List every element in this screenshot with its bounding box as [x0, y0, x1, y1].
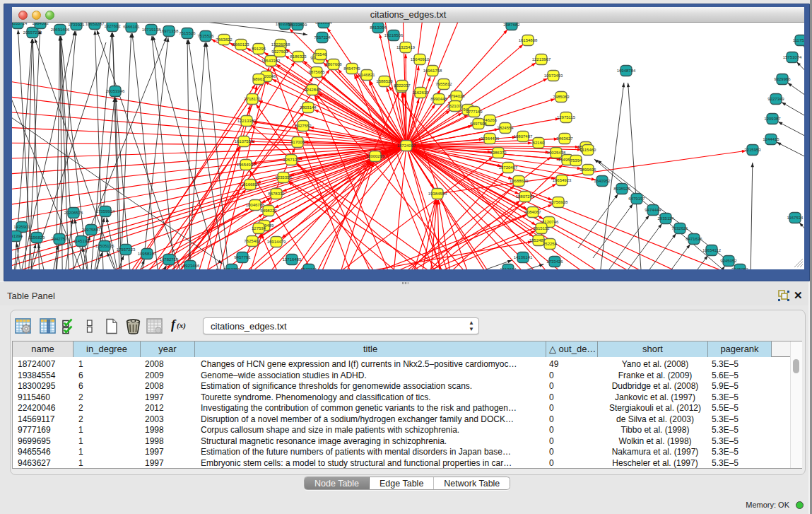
svg-text:127534: 127534 [252, 226, 266, 230]
svg-text:16948784: 16948784 [617, 69, 636, 73]
svg-text:18300295: 18300295 [366, 154, 385, 158]
svg-text:252254: 252254 [543, 242, 558, 246]
svg-text:8813054: 8813054 [370, 25, 387, 30]
svg-text:14136141: 14136141 [514, 255, 533, 259]
svg-text:9227349: 9227349 [767, 97, 784, 101]
svg-text:7515526: 7515526 [179, 31, 196, 35]
svg-text:9474444: 9474444 [645, 208, 661, 212]
svg-text:7632621: 7632621 [671, 226, 688, 230]
svg-text:19218506: 19218506 [384, 33, 404, 37]
svg-text:15640910: 15640910 [411, 57, 430, 62]
svg-text:f: f [171, 317, 177, 332]
svg-text:20691406: 20691406 [51, 28, 70, 32]
svg-text:16154808: 16154808 [519, 38, 538, 42]
svg-text:18807249: 18807249 [516, 194, 535, 199]
svg-text:(x): (x) [177, 321, 186, 330]
svg-text:8990448: 8990448 [430, 97, 447, 101]
svg-text:16961758: 16961758 [423, 69, 442, 73]
svg-text:1984093: 1984093 [32, 23, 49, 25]
svg-text:1235359: 1235359 [275, 175, 292, 180]
svg-text:10719138: 10719138 [142, 28, 161, 32]
svg-text:8660123: 8660123 [233, 42, 249, 47]
svg-text:6497508: 6497508 [470, 122, 487, 126]
svg-text:9327503: 9327503 [271, 49, 288, 54]
svg-text:3215953: 3215953 [744, 148, 761, 152]
svg-text:9146821: 9146821 [358, 73, 375, 77]
svg-text:3824554: 3824554 [497, 126, 514, 130]
svg-text:1145194: 1145194 [73, 239, 90, 243]
svg-text:8322037: 8322037 [394, 83, 411, 88]
svg-text:9084067: 9084067 [524, 210, 541, 214]
svg-text:10654112: 10654112 [702, 248, 722, 252]
svg-text:8454749: 8454749 [343, 66, 360, 71]
svg-text:10756928: 10756928 [549, 200, 568, 204]
svg-text:17957223: 17957223 [117, 247, 136, 252]
svg-text:6479197: 6479197 [628, 197, 645, 201]
svg-text:18724007: 18724007 [397, 144, 416, 148]
svg-text:16107553: 16107553 [235, 139, 254, 144]
svg-text:1435901: 1435901 [13, 225, 30, 229]
svg-text:75546: 75546 [315, 52, 327, 57]
svg-text:3875685: 3875685 [308, 70, 325, 74]
svg-text:9457791: 9457791 [223, 267, 240, 269]
svg-text:19384554: 19384554 [428, 192, 447, 196]
svg-text:8186323: 8186323 [290, 54, 307, 59]
svg-text:9115460: 9115460 [580, 148, 597, 152]
svg-text:1573311: 1573311 [301, 267, 318, 269]
svg-text:8678332: 8678332 [268, 192, 285, 196]
svg-text:1588520: 1588520 [376, 79, 393, 83]
svg-text:1413614: 1413614 [500, 267, 517, 269]
svg-text:62160: 62160 [533, 141, 545, 145]
svg-text:17359924: 17359924 [96, 209, 115, 214]
svg-text:15720407: 15720407 [499, 165, 518, 170]
svg-text:10688609: 10688609 [510, 179, 529, 183]
svg-text:12923466: 12923466 [181, 264, 200, 268]
svg-text:20206576: 20206576 [64, 211, 83, 215]
svg-text:1209387: 1209387 [764, 117, 781, 121]
svg-text:20557214: 20557214 [23, 30, 42, 35]
svg-text:1327602: 1327602 [104, 24, 121, 28]
svg-text:417006: 417006 [290, 140, 305, 144]
svg-text:19166827: 19166827 [241, 182, 260, 187]
svg-text:7955812: 7955812 [435, 82, 452, 86]
svg-text:5498222: 5498222 [260, 209, 277, 213]
svg-text:98961: 98961 [253, 77, 265, 81]
svg-text:9242845: 9242845 [304, 88, 321, 92]
svg-text:19654933: 19654933 [237, 163, 256, 167]
svg-text:391394: 391394 [12, 234, 23, 238]
svg-text:10653287: 10653287 [86, 23, 105, 26]
svg-text:10025438: 10025438 [547, 151, 566, 155]
svg-text:3267130: 3267130 [283, 158, 300, 162]
svg-text:14055724: 14055724 [12, 23, 28, 25]
svg-text:1162615: 1162615 [413, 90, 430, 95]
svg-text:15751074: 15751074 [783, 55, 802, 59]
svg-text:2942757: 2942757 [51, 237, 68, 241]
svg-text:20053346: 20053346 [106, 89, 125, 93]
svg-text:7386372: 7386372 [490, 151, 507, 155]
svg-text:8813054: 8813054 [315, 23, 332, 25]
svg-text:15716485: 15716485 [283, 257, 302, 262]
svg-text:16033809: 16033809 [288, 23, 307, 27]
svg-text:1733426: 1733426 [546, 259, 563, 264]
svg-text:2867608: 2867608 [325, 62, 342, 66]
svg-text:9463627: 9463627 [556, 136, 573, 141]
svg-text:11325419: 11325419 [396, 45, 416, 49]
svg-text:19654923: 19654923 [553, 178, 572, 182]
svg-text:12213383: 12213383 [237, 119, 257, 123]
svg-text:7485063: 7485063 [553, 95, 570, 99]
svg-text:16914479: 16914479 [267, 240, 286, 244]
svg-text:9329966: 9329966 [774, 77, 791, 81]
svg-text:2718170: 2718170 [244, 97, 261, 101]
svg-text:10807487: 10807487 [514, 134, 533, 139]
svg-text:20364436: 20364436 [481, 136, 500, 141]
svg-text:16971358: 16971358 [160, 29, 179, 33]
svg-text:10046786: 10046786 [246, 203, 265, 207]
svg-text:12975115: 12975115 [557, 115, 576, 119]
svg-text:1615152: 1615152 [533, 226, 550, 230]
svg-text:12213967: 12213967 [532, 57, 551, 62]
svg-text:8427552: 8427552 [295, 124, 312, 128]
svg-text:12505135: 12505135 [95, 244, 114, 248]
svg-text:1640952: 1640952 [594, 179, 611, 183]
svg-text:16782759: 16782759 [160, 257, 179, 262]
svg-text:891295: 891295 [252, 47, 266, 51]
